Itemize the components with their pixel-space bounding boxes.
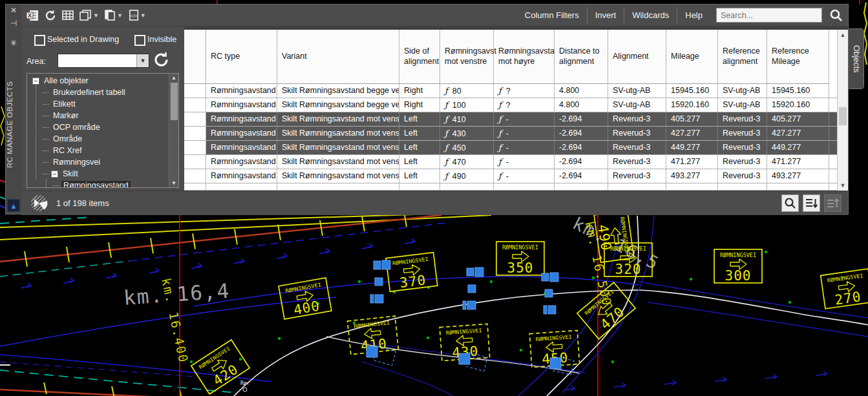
tree-item-etikett[interactable]: Etikett [27,98,178,110]
column-header[interactable]: RC type [206,30,277,83]
area-combobox[interactable]: ▼ [58,54,149,68]
tree-item-skilt[interactable]: −Skilt [27,168,178,180]
scroll-down-icon[interactable]: ▼ [169,180,178,186]
grip-handle[interactable] [548,306,556,314]
chevron-down-icon[interactable]: ▼ [93,12,99,19]
tree-item-markør[interactable]: Markør [27,110,178,121]
tree-connector [43,174,49,175]
grip-handle[interactable] [467,268,474,276]
search-icon[interactable] [829,8,843,22]
row-select-cell[interactable] [184,141,206,154]
chevron-down-icon[interactable]: ▼ [117,12,123,19]
copy-table-icon[interactable]: ▼ [79,10,99,21]
tree-item-ocp-område[interactable]: OCP område [27,121,178,133]
row-select-cell[interactable] [184,98,206,112]
table-row-partial[interactable] [184,183,837,191]
grip-handle[interactable] [374,261,381,269]
toolbar-button-invert[interactable]: Invert [587,7,624,23]
tree-item-alle-objekter[interactable]: −Alle objekter [27,75,178,87]
tree-item-rømningsvei[interactable]: Rømningsvei [27,156,178,168]
tree-expander-icon[interactable]: − [32,78,39,85]
table-row[interactable]: RømningsavstandSkilt Rømningsavstand mot… [184,169,837,183]
column-header[interactable]: Mileage [666,30,718,83]
scrollbar-thumb[interactable] [839,107,847,125]
table-row[interactable]: RømningsavstandSkilt Rømningsavstand beg… [184,98,837,112]
select-column-header[interactable] [184,30,206,83]
object-type-tree[interactable]: −Alle objekterBrukerdefinert tabellEtike… [26,73,179,188]
tree-expander-icon[interactable]: − [51,171,58,178]
table-row[interactable]: RømningsavstandSkilt Rømningsavstand mot… [184,127,837,141]
row-select-cell[interactable] [184,112,206,126]
copy-file-icon[interactable]: ▼ [105,10,123,21]
column-header[interactable]: Distance to alignment [555,30,608,83]
excel-export-icon[interactable]: X [26,10,39,21]
grip-handle[interactable] [382,260,390,269]
refresh-icon[interactable] [45,10,56,21]
tree-item-område[interactable]: Område [27,133,178,145]
row-select-cell[interactable] [184,155,206,169]
toolbar-button-column-filters[interactable]: Column Filters [517,7,587,23]
chevron-down-icon[interactable]: ▼ [140,12,146,19]
column-header[interactable]: Rømningsavst mot venstre [440,30,494,83]
invisible-checkbox[interactable] [134,35,145,46]
grip-handle[interactable] [463,301,466,309]
grip-handle[interactable] [370,295,374,303]
selected-in-drawing-checkbox[interactable] [34,35,45,46]
table-row[interactable]: RømningsavstandSkilt Rømningsavstand mot… [184,141,837,155]
grip-handle[interactable] [375,295,383,303]
sign-distance-value: 300 [725,268,752,284]
row-select-cell[interactable] [184,84,206,98]
grip-handle[interactable] [475,267,483,276]
table-cell-ref_mileage: 15945.160 [767,84,829,98]
grip-handle[interactable] [544,306,547,314]
scroll-down-icon[interactable]: ▼ [838,182,848,189]
area-refresh-icon[interactable] [153,51,170,71]
tree-scrollbar[interactable]: ▲ ▼ [169,74,178,187]
column-header[interactable]: Rømningsavsta mot høyre [494,30,555,83]
grip-handle[interactable] [375,278,383,286]
tree-item-rc-xref[interactable]: RC Xref [27,145,178,156]
anchor-arrow-icon[interactable]: ▲ [7,199,20,212]
table-vertical-scrollbar[interactable]: ▲ ▼ [837,30,848,191]
function-icon: ƒ [498,86,502,96]
search-input[interactable] [716,8,822,23]
grip-handle[interactable] [545,289,553,297]
scroll-up-icon[interactable]: ▲ [838,32,848,38]
column-header[interactable]: Reference alignment [718,30,767,83]
grip-handle[interactable] [550,273,558,282]
objects-side-tab[interactable]: Objects [849,28,864,89]
row-select-cell[interactable] [184,127,206,140]
column-header[interactable]: Alignment [608,30,666,83]
table-cell-ref_alignment: Reverud-3 [718,127,767,140]
xml-report-icon[interactable]: </> ▼ [129,10,146,21]
row-select-cell[interactable] [184,169,206,183]
grip-handle[interactable] [468,285,476,293]
table-row[interactable]: RømningsavstandSkilt Rømningsavstand mot… [184,112,837,127]
chevron-down-icon[interactable]: ▼ [136,54,149,67]
scrollbar-thumb[interactable] [171,83,178,120]
column-header[interactable]: Variant [277,30,399,83]
column-header[interactable]: Side of alignment [399,30,440,83]
grip-handle[interactable] [550,358,561,369]
column-header[interactable]: Reference Mileage [767,30,829,83]
tree-item-brukerdefinert-tabell[interactable]: Brukerdefinert tabell [27,87,178,98]
table-body[interactable]: RømningsavstandSkilt Rømningsavstand beg… [184,84,837,191]
close-icon[interactable]: ✕ [6,6,21,15]
table-cell-mileage: 15920.160 [666,98,718,112]
toolbar-button-help[interactable]: Help [677,7,710,23]
settings-gear-icon[interactable]: ✳ [6,38,21,48]
table-cell-hoyre: ƒ? [494,84,555,98]
zoom-to-object-button[interactable] [781,194,799,212]
table-row[interactable]: RømningsavstandSkilt Rømningsavstand beg… [184,84,837,98]
pin-icon[interactable]: ⊣ [6,19,21,28]
grip-handle[interactable] [542,273,549,281]
grip-handle[interactable] [467,301,476,309]
tree-item-rømningsavstand[interactable]: Rømningsavstand [27,180,178,188]
grip-handle[interactable] [366,346,377,357]
table-cell-ref_alignment: SV-utg-AB [718,84,767,98]
table-icon[interactable] [62,10,74,20]
table-row[interactable]: RømningsavstandSkilt Rømningsavstand mot… [184,155,837,169]
toolbar-button-wildcards[interactable]: Wildcards [624,7,677,23]
scroll-up-icon[interactable]: ▲ [169,75,178,81]
scroll-to-selection-button[interactable] [803,194,820,212]
